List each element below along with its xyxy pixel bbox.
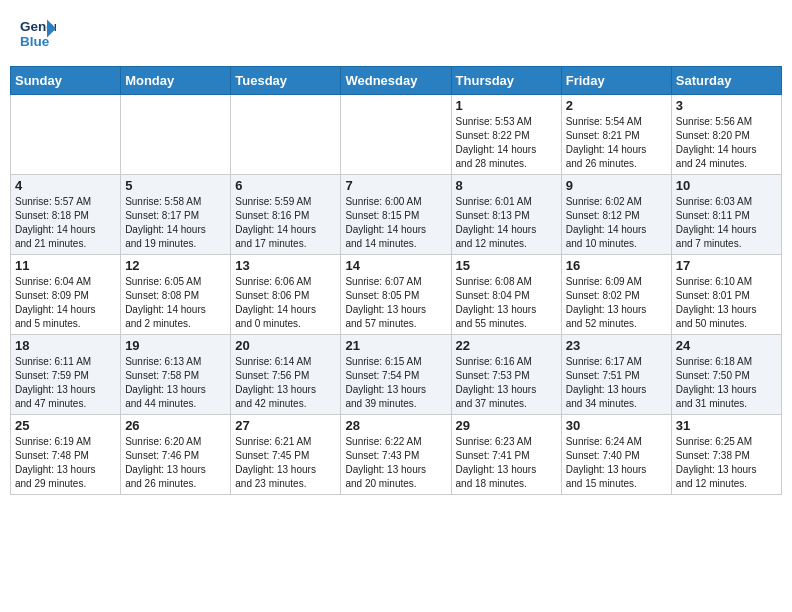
day-info: Sunrise: 6:06 AM Sunset: 8:06 PM Dayligh…	[235, 275, 336, 331]
day-info: Sunrise: 6:07 AM Sunset: 8:05 PM Dayligh…	[345, 275, 446, 331]
day-number: 4	[15, 178, 116, 193]
day-number: 18	[15, 338, 116, 353]
day-number: 25	[15, 418, 116, 433]
weekday-header-tuesday: Tuesday	[231, 67, 341, 95]
day-number: 20	[235, 338, 336, 353]
day-info: Sunrise: 6:13 AM Sunset: 7:58 PM Dayligh…	[125, 355, 226, 411]
calendar-cell: 3Sunrise: 5:56 AM Sunset: 8:20 PM Daylig…	[671, 95, 781, 175]
day-info: Sunrise: 6:03 AM Sunset: 8:11 PM Dayligh…	[676, 195, 777, 251]
day-info: Sunrise: 6:23 AM Sunset: 7:41 PM Dayligh…	[456, 435, 557, 491]
day-info: Sunrise: 6:18 AM Sunset: 7:50 PM Dayligh…	[676, 355, 777, 411]
calendar-cell: 15Sunrise: 6:08 AM Sunset: 8:04 PM Dayli…	[451, 255, 561, 335]
day-info: Sunrise: 5:58 AM Sunset: 8:17 PM Dayligh…	[125, 195, 226, 251]
calendar-cell: 14Sunrise: 6:07 AM Sunset: 8:05 PM Dayli…	[341, 255, 451, 335]
calendar-cell: 28Sunrise: 6:22 AM Sunset: 7:43 PM Dayli…	[341, 415, 451, 495]
page-header: General Blue	[10, 10, 782, 56]
day-info: Sunrise: 6:15 AM Sunset: 7:54 PM Dayligh…	[345, 355, 446, 411]
day-number: 26	[125, 418, 226, 433]
weekday-header-saturday: Saturday	[671, 67, 781, 95]
day-info: Sunrise: 6:22 AM Sunset: 7:43 PM Dayligh…	[345, 435, 446, 491]
day-info: Sunrise: 5:54 AM Sunset: 8:21 PM Dayligh…	[566, 115, 667, 171]
day-info: Sunrise: 6:10 AM Sunset: 8:01 PM Dayligh…	[676, 275, 777, 331]
calendar-cell: 23Sunrise: 6:17 AM Sunset: 7:51 PM Dayli…	[561, 335, 671, 415]
calendar-week-row: 4Sunrise: 5:57 AM Sunset: 8:18 PM Daylig…	[11, 175, 782, 255]
day-info: Sunrise: 6:11 AM Sunset: 7:59 PM Dayligh…	[15, 355, 116, 411]
day-number: 5	[125, 178, 226, 193]
day-info: Sunrise: 6:04 AM Sunset: 8:09 PM Dayligh…	[15, 275, 116, 331]
day-info: Sunrise: 6:19 AM Sunset: 7:48 PM Dayligh…	[15, 435, 116, 491]
day-number: 11	[15, 258, 116, 273]
calendar-cell: 5Sunrise: 5:58 AM Sunset: 8:17 PM Daylig…	[121, 175, 231, 255]
day-number: 23	[566, 338, 667, 353]
day-info: Sunrise: 6:16 AM Sunset: 7:53 PM Dayligh…	[456, 355, 557, 411]
day-number: 10	[676, 178, 777, 193]
day-info: Sunrise: 5:53 AM Sunset: 8:22 PM Dayligh…	[456, 115, 557, 171]
calendar-cell: 6Sunrise: 5:59 AM Sunset: 8:16 PM Daylig…	[231, 175, 341, 255]
calendar-cell: 21Sunrise: 6:15 AM Sunset: 7:54 PM Dayli…	[341, 335, 451, 415]
day-info: Sunrise: 6:09 AM Sunset: 8:02 PM Dayligh…	[566, 275, 667, 331]
calendar-table: SundayMondayTuesdayWednesdayThursdayFrid…	[10, 66, 782, 495]
day-number: 21	[345, 338, 446, 353]
day-info: Sunrise: 6:01 AM Sunset: 8:13 PM Dayligh…	[456, 195, 557, 251]
calendar-cell: 16Sunrise: 6:09 AM Sunset: 8:02 PM Dayli…	[561, 255, 671, 335]
day-number: 30	[566, 418, 667, 433]
calendar-cell: 22Sunrise: 6:16 AM Sunset: 7:53 PM Dayli…	[451, 335, 561, 415]
calendar-cell: 9Sunrise: 6:02 AM Sunset: 8:12 PM Daylig…	[561, 175, 671, 255]
calendar-week-row: 25Sunrise: 6:19 AM Sunset: 7:48 PM Dayli…	[11, 415, 782, 495]
weekday-header-wednesday: Wednesday	[341, 67, 451, 95]
day-info: Sunrise: 5:56 AM Sunset: 8:20 PM Dayligh…	[676, 115, 777, 171]
calendar-week-row: 1Sunrise: 5:53 AM Sunset: 8:22 PM Daylig…	[11, 95, 782, 175]
calendar-cell: 17Sunrise: 6:10 AM Sunset: 8:01 PM Dayli…	[671, 255, 781, 335]
calendar-cell: 18Sunrise: 6:11 AM Sunset: 7:59 PM Dayli…	[11, 335, 121, 415]
day-number: 29	[456, 418, 557, 433]
day-number: 9	[566, 178, 667, 193]
day-number: 19	[125, 338, 226, 353]
day-info: Sunrise: 5:57 AM Sunset: 8:18 PM Dayligh…	[15, 195, 116, 251]
calendar-week-row: 18Sunrise: 6:11 AM Sunset: 7:59 PM Dayli…	[11, 335, 782, 415]
day-number: 13	[235, 258, 336, 273]
logo-icon: General Blue	[20, 15, 56, 51]
calendar-cell: 1Sunrise: 5:53 AM Sunset: 8:22 PM Daylig…	[451, 95, 561, 175]
calendar-cell: 19Sunrise: 6:13 AM Sunset: 7:58 PM Dayli…	[121, 335, 231, 415]
day-info: Sunrise: 6:24 AM Sunset: 7:40 PM Dayligh…	[566, 435, 667, 491]
calendar-cell	[341, 95, 451, 175]
weekday-header-sunday: Sunday	[11, 67, 121, 95]
calendar-cell	[11, 95, 121, 175]
calendar-cell: 27Sunrise: 6:21 AM Sunset: 7:45 PM Dayli…	[231, 415, 341, 495]
calendar-cell: 2Sunrise: 5:54 AM Sunset: 8:21 PM Daylig…	[561, 95, 671, 175]
calendar-cell: 24Sunrise: 6:18 AM Sunset: 7:50 PM Dayli…	[671, 335, 781, 415]
day-number: 22	[456, 338, 557, 353]
logo: General Blue	[20, 15, 56, 51]
weekday-header-friday: Friday	[561, 67, 671, 95]
weekday-header-thursday: Thursday	[451, 67, 561, 95]
calendar-cell: 20Sunrise: 6:14 AM Sunset: 7:56 PM Dayli…	[231, 335, 341, 415]
calendar-cell	[231, 95, 341, 175]
day-number: 24	[676, 338, 777, 353]
day-number: 17	[676, 258, 777, 273]
day-number: 15	[456, 258, 557, 273]
calendar-cell: 12Sunrise: 6:05 AM Sunset: 8:08 PM Dayli…	[121, 255, 231, 335]
day-number: 16	[566, 258, 667, 273]
day-info: Sunrise: 6:14 AM Sunset: 7:56 PM Dayligh…	[235, 355, 336, 411]
day-number: 28	[345, 418, 446, 433]
day-info: Sunrise: 6:00 AM Sunset: 8:15 PM Dayligh…	[345, 195, 446, 251]
day-number: 12	[125, 258, 226, 273]
calendar-cell: 30Sunrise: 6:24 AM Sunset: 7:40 PM Dayli…	[561, 415, 671, 495]
weekday-header-monday: Monday	[121, 67, 231, 95]
day-info: Sunrise: 6:25 AM Sunset: 7:38 PM Dayligh…	[676, 435, 777, 491]
day-number: 14	[345, 258, 446, 273]
day-info: Sunrise: 6:21 AM Sunset: 7:45 PM Dayligh…	[235, 435, 336, 491]
day-number: 6	[235, 178, 336, 193]
calendar-cell: 4Sunrise: 5:57 AM Sunset: 8:18 PM Daylig…	[11, 175, 121, 255]
day-number: 1	[456, 98, 557, 113]
calendar-week-row: 11Sunrise: 6:04 AM Sunset: 8:09 PM Dayli…	[11, 255, 782, 335]
day-info: Sunrise: 6:05 AM Sunset: 8:08 PM Dayligh…	[125, 275, 226, 331]
day-info: Sunrise: 6:02 AM Sunset: 8:12 PM Dayligh…	[566, 195, 667, 251]
day-info: Sunrise: 6:20 AM Sunset: 7:46 PM Dayligh…	[125, 435, 226, 491]
day-number: 2	[566, 98, 667, 113]
day-number: 27	[235, 418, 336, 433]
weekday-header-row: SundayMondayTuesdayWednesdayThursdayFrid…	[11, 67, 782, 95]
day-number: 7	[345, 178, 446, 193]
day-number: 31	[676, 418, 777, 433]
calendar-cell: 7Sunrise: 6:00 AM Sunset: 8:15 PM Daylig…	[341, 175, 451, 255]
